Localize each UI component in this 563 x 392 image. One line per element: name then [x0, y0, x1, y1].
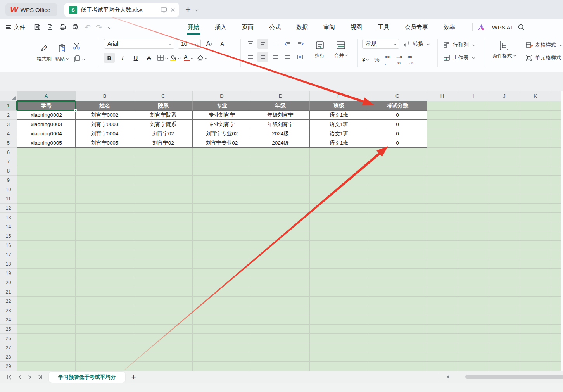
- cell[interactable]: [17, 325, 76, 334]
- cell[interactable]: [251, 194, 310, 204]
- scroll-left-icon[interactable]: [447, 375, 449, 379]
- cell[interactable]: [427, 176, 458, 185]
- cell[interactable]: [76, 241, 134, 250]
- cell[interactable]: [193, 334, 251, 343]
- cell[interactable]: [427, 185, 458, 194]
- row-header-17[interactable]: 17: [0, 250, 17, 259]
- cell[interactable]: [17, 222, 76, 231]
- cell[interactable]: 刘宵宁专业02: [193, 129, 251, 138]
- cell[interactable]: [17, 269, 76, 278]
- align-left-button[interactable]: [245, 52, 256, 62]
- cell[interactable]: [310, 287, 368, 297]
- cell[interactable]: [489, 204, 520, 213]
- cell[interactable]: [17, 278, 76, 287]
- cell[interactable]: [520, 287, 551, 297]
- column-header-G[interactable]: G: [368, 91, 427, 101]
- cell[interactable]: [427, 315, 458, 325]
- cell[interactable]: 刘宵宁0003: [76, 120, 134, 129]
- cell[interactable]: [17, 287, 76, 297]
- cell[interactable]: [368, 334, 427, 343]
- cell[interactable]: [427, 269, 458, 278]
- cell[interactable]: [251, 306, 310, 315]
- cell[interactable]: [76, 176, 134, 185]
- cell[interactable]: [310, 306, 368, 315]
- row-header-4[interactable]: 4: [0, 129, 17, 138]
- cell[interactable]: [251, 352, 310, 362]
- cell[interactable]: [368, 157, 427, 166]
- cell[interactable]: [134, 204, 193, 213]
- cell[interactable]: 年级刘宵宁: [251, 111, 310, 120]
- cell[interactable]: [17, 204, 76, 213]
- cell[interactable]: xiaoning0005: [17, 138, 76, 148]
- cell[interactable]: 班级: [310, 101, 368, 111]
- worksheet-button[interactable]: 工作表: [443, 51, 475, 64]
- search-icon[interactable]: [518, 24, 525, 31]
- cell[interactable]: [368, 362, 427, 371]
- increase-font-button[interactable]: A+: [204, 39, 215, 49]
- cell[interactable]: [17, 231, 76, 241]
- column-header-K[interactable]: K: [520, 91, 551, 101]
- cell[interactable]: [489, 101, 520, 111]
- cell[interactable]: [458, 176, 489, 185]
- cell[interactable]: [134, 231, 193, 241]
- cell[interactable]: [251, 362, 310, 371]
- cell[interactable]: [458, 213, 489, 222]
- cell[interactable]: [251, 287, 310, 297]
- cell[interactable]: xiaoning0003: [17, 120, 76, 129]
- cell[interactable]: [427, 213, 458, 222]
- column-header-D[interactable]: D: [193, 91, 251, 101]
- cell[interactable]: [76, 222, 134, 231]
- cell[interactable]: [76, 352, 134, 362]
- cell[interactable]: [489, 306, 520, 315]
- cell[interactable]: [134, 278, 193, 287]
- cell[interactable]: [520, 213, 551, 222]
- cell[interactable]: [310, 166, 368, 176]
- cell[interactable]: [520, 241, 551, 250]
- row-header-16[interactable]: 16: [0, 241, 17, 250]
- cell[interactable]: [458, 297, 489, 306]
- cell[interactable]: [489, 138, 520, 148]
- cell[interactable]: [427, 120, 458, 129]
- cell[interactable]: [427, 138, 458, 148]
- cell[interactable]: [520, 157, 551, 166]
- cell[interactable]: [458, 101, 489, 111]
- cell[interactable]: [17, 166, 76, 176]
- cell[interactable]: [134, 222, 193, 231]
- cell[interactable]: [458, 120, 489, 129]
- cell[interactable]: [489, 166, 520, 176]
- strikethrough-button[interactable]: A: [143, 53, 154, 63]
- cell[interactable]: [17, 176, 76, 185]
- cell[interactable]: [489, 157, 520, 166]
- cell[interactable]: [134, 315, 193, 325]
- paste-button[interactable]: 粘贴: [55, 43, 69, 62]
- cell[interactable]: [368, 269, 427, 278]
- cell[interactable]: [458, 111, 489, 120]
- cell[interactable]: [520, 129, 551, 138]
- cell[interactable]: [520, 176, 551, 185]
- cell[interactable]: [193, 306, 251, 315]
- cell[interactable]: 语文1班: [310, 111, 368, 120]
- cell[interactable]: [520, 306, 551, 315]
- cell[interactable]: [251, 278, 310, 287]
- cell[interactable]: [427, 166, 458, 176]
- cell[interactable]: [134, 259, 193, 269]
- cell[interactable]: [458, 269, 489, 278]
- cell[interactable]: [489, 325, 520, 334]
- cell[interactable]: [368, 278, 427, 287]
- cell[interactable]: [134, 250, 193, 259]
- cell[interactable]: [310, 325, 368, 334]
- cell[interactable]: [134, 157, 193, 166]
- cell[interactable]: 年级: [251, 101, 310, 111]
- vertical-scrollbar[interactable]: [561, 91, 563, 371]
- row-header-21[interactable]: 21: [0, 287, 17, 297]
- cell[interactable]: [193, 213, 251, 222]
- cell[interactable]: [134, 176, 193, 185]
- cell[interactable]: [520, 352, 551, 362]
- cell[interactable]: [458, 259, 489, 269]
- cell[interactable]: [17, 343, 76, 352]
- cell[interactable]: [134, 269, 193, 278]
- cell[interactable]: 语文1班: [310, 120, 368, 129]
- cell[interactable]: [427, 297, 458, 306]
- menu-tab-公式[interactable]: 公式: [269, 24, 281, 31]
- cell[interactable]: [368, 241, 427, 250]
